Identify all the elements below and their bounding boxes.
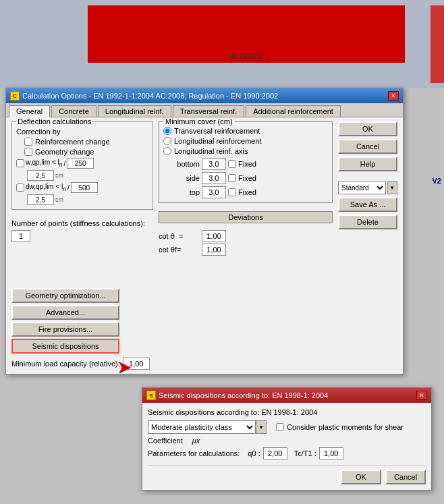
min-cover-group: Minimum cover (cm) Transversal reinforce… bbox=[159, 121, 333, 203]
seismic-body: Seismic dispositions according to: EN 19… bbox=[142, 403, 431, 490]
seismic-plasticity-dropdown[interactable]: Moderate plasticity class High plasticit… bbox=[148, 420, 256, 434]
cot-theta-row: cot θ = bbox=[159, 230, 333, 242]
top-fixed-label: Fixed bbox=[238, 188, 256, 196]
consider-plastic-row: Consider plastic moments for shear bbox=[276, 423, 404, 431]
cot-thetaf-input[interactable] bbox=[202, 244, 226, 256]
num-points-section: Number of points (stiffness calculations… bbox=[11, 219, 153, 242]
seismic-mu-label: μx bbox=[192, 437, 200, 445]
tab-transversal-reinf[interactable]: Transversal reinf. bbox=[173, 105, 245, 117]
w-row1-divisor-input[interactable] bbox=[67, 158, 94, 169]
seismic-titlebar-left: S Seismic dispositions according to: EN … bbox=[146, 391, 328, 400]
seismic-close-button[interactable]: ✕ bbox=[416, 391, 427, 400]
tab-general[interactable]: General bbox=[9, 105, 50, 117]
w-row2-checkbox[interactable] bbox=[16, 184, 24, 192]
main-dialog-close-button[interactable]: ✕ bbox=[388, 91, 399, 101]
seismic-q0-label: q0 : bbox=[248, 449, 260, 457]
spacer bbox=[11, 242, 153, 283]
w-row-2b: cm bbox=[16, 194, 148, 205]
tab-additional-reinf[interactable]: Additional reinforcement bbox=[246, 105, 341, 117]
canvas-dimension-label: 35,0x60,0 bbox=[229, 53, 262, 61]
radio-longitudinal-axis-input[interactable] bbox=[163, 147, 171, 155]
bottom-cover-input[interactable] bbox=[202, 158, 226, 170]
consider-plastic-label: Consider plastic moments for shear bbox=[287, 423, 404, 431]
min-cover-title: Minimum cover (cm) bbox=[163, 117, 235, 125]
top-label: top bbox=[166, 188, 200, 196]
radio-longitudinal-label: Longitudinal reinforcement bbox=[174, 137, 262, 145]
radio-longitudinal-axis: Longitudinal reinf. axis bbox=[163, 147, 328, 155]
left-column: Deflection calculations Correction by Re… bbox=[11, 121, 153, 370]
w-row2-divisor-input[interactable] bbox=[71, 182, 98, 193]
w-row1-val-input[interactable] bbox=[27, 170, 54, 181]
radio-transversal: Transversal reinforcement bbox=[163, 127, 328, 135]
geometry-optimization-button[interactable]: Geometry optimization... bbox=[11, 288, 119, 303]
correction-label: Correction by bbox=[16, 128, 148, 136]
seismic-subtitle: Seismic dispositions according to: EN 19… bbox=[148, 408, 426, 416]
titlebar-left: C Calculation Options - EN 1992-1-1:2004… bbox=[10, 91, 278, 101]
cot-theta-label: cot θ = bbox=[159, 232, 199, 240]
save-as-button[interactable]: Save As ... bbox=[338, 197, 397, 212]
num-points-label: Number of points (stiffness calculations… bbox=[11, 219, 145, 227]
seismic-ok-button[interactable]: OK bbox=[341, 470, 381, 484]
bottom-fixed-checkbox[interactable] bbox=[228, 160, 236, 168]
radio-transversal-input[interactable] bbox=[163, 127, 171, 135]
deviations-button[interactable]: Deviations bbox=[159, 211, 333, 223]
standard-dropdown[interactable]: Standard bbox=[338, 181, 386, 194]
tab-longitudinal-reinf[interactable]: Longitudinal reinf. bbox=[98, 105, 171, 117]
cancel-button[interactable]: Cancel bbox=[338, 139, 397, 154]
seismic-q0-input[interactable] bbox=[263, 447, 287, 459]
advanced-button[interactable]: Advanced... bbox=[11, 305, 119, 320]
canvas-right-element bbox=[431, 5, 444, 83]
v2-label: V2 bbox=[433, 177, 441, 185]
right-column: OK Cancel Help Standard ▼ Save As ... De… bbox=[338, 121, 397, 370]
cot-thetaf-row: cot θf= bbox=[159, 244, 333, 256]
cover-values-grid: bottom Fixed side Fixed top bbox=[166, 158, 328, 198]
min-load-section: Minimum load capacity (relative): bbox=[11, 358, 153, 370]
seismic-dialog-icon: S bbox=[146, 391, 156, 400]
w-row1-checkbox[interactable] bbox=[16, 159, 24, 167]
seismic-dispositions-button[interactable]: Seismic dispositions bbox=[11, 339, 119, 354]
side-label: side bbox=[166, 174, 200, 182]
radio-longitudinal-input[interactable] bbox=[163, 137, 171, 145]
main-dialog-title: Calculation Options - EN 1992-1-1:2004 A… bbox=[22, 92, 278, 100]
tab-concrete[interactable]: Concrete bbox=[51, 105, 96, 117]
reinf-change-row: Reinforcement change bbox=[24, 138, 148, 146]
bottom-fixed-row: Fixed bbox=[228, 160, 269, 168]
top-cover-input[interactable] bbox=[202, 186, 226, 198]
help-button[interactable]: Help bbox=[338, 157, 397, 171]
standard-dropdown-row: Standard ▼ bbox=[338, 181, 397, 194]
seismic-tc-t1-input[interactable] bbox=[319, 447, 343, 459]
deflection-group: Deflection calculations Correction by Re… bbox=[11, 121, 153, 210]
middle-column: Minimum cover (cm) Transversal reinforce… bbox=[159, 121, 333, 370]
radio-transversal-label: Transversal reinforcement bbox=[174, 127, 260, 135]
seismic-plasticity-arrow-icon[interactable]: ▼ bbox=[256, 420, 267, 434]
seismic-arrow-icon: ➤ bbox=[117, 358, 131, 377]
side-fixed-checkbox[interactable] bbox=[228, 174, 236, 182]
top-fixed-checkbox[interactable] bbox=[228, 188, 236, 196]
cot-theta-input[interactable] bbox=[202, 230, 226, 242]
ok-button[interactable]: OK bbox=[338, 121, 397, 136]
fire-provisions-button[interactable]: Fire provisions... bbox=[11, 322, 119, 337]
seismic-cancel-button[interactable]: Cancel bbox=[385, 470, 426, 484]
cot-thetaf-label: cot θf= bbox=[159, 246, 199, 254]
deflection-group-title: Deflection calculations bbox=[16, 117, 92, 125]
bottom-button-group: Geometry optimization... Advanced... Fir… bbox=[11, 288, 153, 354]
seismic-tc-t1-label: Tc/T1 : bbox=[294, 449, 316, 457]
seismic-dialog-title: Seismic dispositions according to: EN 19… bbox=[159, 391, 328, 399]
num-points-input[interactable] bbox=[11, 230, 30, 242]
geometry-change-checkbox[interactable] bbox=[24, 148, 32, 156]
reinf-change-checkbox[interactable] bbox=[24, 138, 32, 146]
w-row2-val-input[interactable] bbox=[27, 194, 54, 205]
dropdown-arrow-icon[interactable]: ▼ bbox=[387, 181, 397, 194]
radio-longitudinal-axis-label: Longitudinal reinf. axis bbox=[174, 147, 248, 155]
side-cover-input[interactable] bbox=[202, 172, 226, 184]
seismic-titlebar: S Seismic dispositions according to: EN … bbox=[142, 388, 431, 403]
side-fixed-label: Fixed bbox=[238, 174, 256, 182]
dialog-icon: C bbox=[10, 91, 20, 101]
consider-plastic-checkbox[interactable] bbox=[276, 423, 284, 431]
delete-button[interactable]: Delete bbox=[338, 215, 397, 229]
w-row-1: w,qp,lim < ln / bbox=[16, 158, 148, 169]
radio-longitudinal: Longitudinal reinforcement bbox=[163, 137, 328, 145]
seismic-plasticity-dropdown-group: Moderate plasticity class High plasticit… bbox=[148, 420, 267, 434]
spacer2 bbox=[338, 174, 397, 178]
main-content: Deflection calculations Correction by Re… bbox=[6, 117, 403, 374]
